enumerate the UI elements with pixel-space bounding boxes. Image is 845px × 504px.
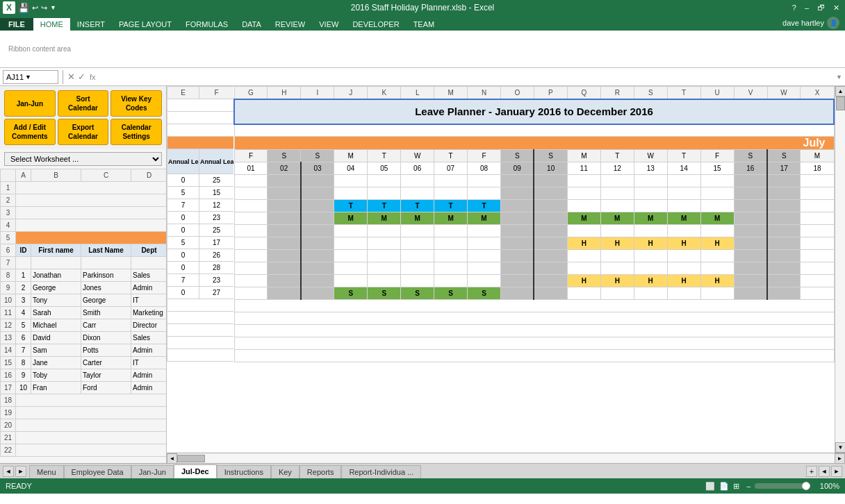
- sheet-tab-instructions[interactable]: Instructions: [217, 465, 271, 478]
- scroll-left-btn[interactable]: ◄: [167, 453, 177, 464]
- window-title: 2016 Staff Holiday Planner.xlsb - Excel: [351, 3, 495, 12]
- sheet-tab-jul-dec[interactable]: Jul-Dec: [174, 464, 217, 478]
- table-row: 12 5 Michael Carr Director: [1, 319, 167, 332]
- add-edit-comments-button[interactable]: Add / EditComments: [4, 119, 56, 145]
- sort-calendar-button[interactable]: SortCalendar: [58, 90, 109, 117]
- tab-nav-next[interactable]: ►: [15, 466, 26, 477]
- zoom-percent: 100%: [814, 482, 839, 490]
- name-box[interactable]: AJ11 ▼: [3, 70, 58, 84]
- excel-icon: X: [3, 1, 15, 14]
- sheet-scroll-right[interactable]: ►: [831, 466, 842, 477]
- add-sheet-btn[interactable]: +: [806, 466, 817, 477]
- tab-team[interactable]: TEAM: [407, 18, 442, 31]
- tab-view[interactable]: VIEW: [312, 18, 345, 31]
- table-row: 8 1 Jonathan Parkinson Sales: [1, 269, 167, 282]
- tab-developer[interactable]: DEVELOPER: [345, 18, 406, 31]
- save-icon[interactable]: 💾: [18, 3, 29, 13]
- sheet-tab-report-individual[interactable]: Report-Individua ...: [341, 465, 421, 478]
- table-row: 14 7 Sam Potts Admin: [1, 344, 167, 357]
- view-key-codes-button[interactable]: View KeyCodes: [110, 90, 162, 117]
- table-row: 9 2 George Jones Admin: [1, 282, 167, 294]
- tab-data[interactable]: DATA: [235, 18, 268, 31]
- restore-btn[interactable]: 🗗: [814, 3, 828, 12]
- user-name: dave hartley: [782, 19, 824, 27]
- table-row: 10 3 Tony George IT: [1, 294, 167, 307]
- sheet-scroll-left[interactable]: ◄: [819, 466, 830, 477]
- page-layout-icon[interactable]: 📄: [719, 482, 729, 491]
- tab-insert[interactable]: INSERT: [70, 18, 112, 31]
- undo-icon[interactable]: ↩: [32, 3, 38, 12]
- month-header: July: [234, 137, 834, 150]
- table-row: 15 8 Jane Carter IT: [1, 357, 167, 369]
- scroll-right-btn[interactable]: ►: [835, 453, 845, 464]
- table-row: 17 10 Fran Ford Admin: [1, 382, 167, 394]
- formula-input[interactable]: [99, 70, 834, 84]
- tab-review[interactable]: REVIEW: [268, 18, 312, 31]
- calendar-settings-button[interactable]: CalendarSettings: [110, 119, 162, 145]
- jan-jun-button[interactable]: Jan-Jun: [4, 90, 56, 117]
- minimize-btn[interactable]: –: [802, 3, 812, 12]
- redo-icon[interactable]: ↪: [41, 3, 47, 12]
- user-avatar: 👤: [827, 17, 839, 29]
- export-calendar-button[interactable]: ExportCalendar: [58, 119, 109, 145]
- tab-home[interactable]: HOME: [33, 18, 70, 31]
- quick-access-icon[interactable]: ▼: [50, 4, 56, 11]
- leave-planner-title: Leave Planner - January 2016 to December…: [234, 99, 834, 124]
- cancel-formula-icon[interactable]: ✕: [67, 72, 75, 82]
- sheet-tab-jan-jun[interactable]: Jan-Jun: [131, 465, 174, 478]
- table-row: 13 6 David Dixon Sales: [1, 332, 167, 344]
- insert-function-icon[interactable]: fx: [90, 73, 96, 81]
- sheet-tab-key[interactable]: Key: [271, 465, 300, 478]
- tab-file[interactable]: FILE: [0, 18, 33, 31]
- tab-page-layout[interactable]: PAGE LAYOUT: [112, 18, 179, 31]
- normal-view-icon[interactable]: ⬜: [705, 482, 715, 491]
- status-ready: READY: [6, 482, 32, 490]
- tab-nav-prev[interactable]: ◄: [3, 466, 14, 477]
- scroll-up-btn[interactable]: ▲: [835, 86, 845, 96]
- table-row: 11 4 Sarah Smith Marketing: [1, 307, 167, 319]
- worksheet-select[interactable]: Select Worksheet ...: [4, 152, 162, 166]
- confirm-formula-icon[interactable]: ✓: [78, 72, 85, 82]
- table-row: 16 9 Toby Taylor Admin: [1, 369, 167, 382]
- page-break-icon[interactable]: ⊞: [733, 482, 739, 491]
- zoom-slider[interactable]: [755, 483, 810, 489]
- tab-formulas[interactable]: FORMULAS: [179, 18, 235, 31]
- help-btn[interactable]: ?: [789, 3, 799, 12]
- close-btn[interactable]: ✕: [830, 3, 842, 12]
- sheet-tab-employee-data[interactable]: Employee Data: [64, 465, 131, 478]
- scroll-down-btn[interactable]: ▼: [835, 442, 845, 453]
- sheet-tab-menu[interactable]: Menu: [29, 465, 64, 478]
- sheet-tab-reports[interactable]: Reports: [300, 465, 342, 478]
- expand-formula-icon[interactable]: ▼: [836, 74, 842, 81]
